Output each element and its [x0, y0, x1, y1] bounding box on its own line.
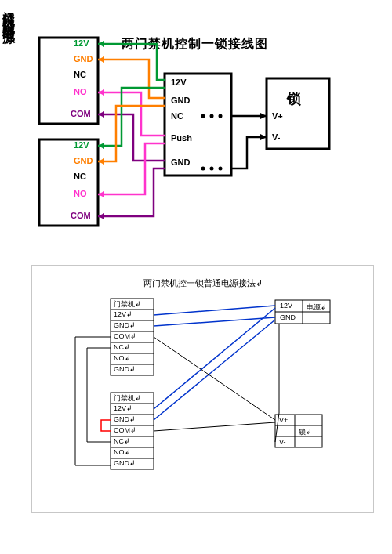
pwr-pin-push: Push	[171, 133, 192, 143]
ctrlA-pin-12v: 12V	[74, 38, 89, 48]
p2-ctrlB-gnd: GND↲	[114, 415, 136, 423]
p2-ctrlA-gnd2: GND↲	[114, 365, 136, 373]
p2-power-label: 电源↲	[307, 302, 327, 313]
p2-lock-label: 锁↲	[299, 427, 312, 437]
ctrlA-pin-nc: NC	[74, 70, 86, 79]
svg-point-14	[201, 114, 205, 118]
p2-lock-vplus: V+	[279, 416, 288, 424]
p2-ctrlA-12v: 12V↲	[114, 310, 132, 318]
pwr-pin-gnd2: GND	[171, 158, 190, 167]
ctrlA-pin-com: COM	[71, 109, 91, 118]
ctrlB-pin-12v: 12V	[74, 140, 89, 150]
page: 两门禁机控制一锁接线图	[0, 0, 392, 554]
ctrlB-pin-gnd: GND	[74, 156, 93, 165]
p2-power-12v: 12V	[280, 302, 292, 310]
pwr-pin-12v: 12V	[171, 78, 187, 87]
p2-ctrlA-gnd: GND↲	[114, 321, 136, 329]
p2-ctrlB-gnd2: GND↲	[114, 459, 136, 467]
diagram2-panel: 两门禁机控一锁普通电源接法↲	[31, 265, 374, 513]
p2-ctrlA-com: COM↲	[114, 332, 136, 340]
p2-ctrlB-title: 门禁机↲	[114, 393, 141, 404]
lock-vminus: V-	[272, 132, 280, 142]
ctrlA-pin-no: NO	[74, 87, 87, 96]
p2-ctrlA-title: 门禁机↲	[114, 299, 141, 310]
p2-ctrlA-no: NO↲	[114, 354, 131, 362]
p2-lock-vminus: V-	[279, 438, 286, 446]
p2-power-gnd: GND	[280, 313, 296, 321]
svg-point-19	[219, 167, 223, 171]
pwr-pin-nc: NC	[171, 111, 183, 121]
svg-point-15	[210, 114, 214, 118]
ctrlB-pin-com: COM	[71, 211, 91, 220]
p2-ctrlB-12v: 12V↲	[114, 404, 132, 412]
lock-vplus: V+	[272, 111, 283, 121]
ctrlA-pin-gnd: GND	[74, 54, 93, 63]
svg-point-16	[219, 114, 223, 118]
diagram1-svg	[0, 0, 392, 266]
svg-point-18	[210, 167, 214, 171]
pwr-pin-gnd1: GND	[171, 96, 190, 105]
p2-ctrlB-no: NO↲	[114, 448, 131, 456]
svg-point-17	[201, 167, 205, 171]
p2-ctrlB-nc: NC↲	[114, 437, 130, 445]
p2-ctrlB-com: COM↲	[114, 426, 136, 434]
p2-ctrlA-nc: NC↲	[114, 343, 130, 351]
lock-label: 锁	[287, 89, 301, 108]
ctrlB-pin-no: NO	[74, 189, 87, 198]
ctrlB-pin-nc: NC	[74, 172, 86, 181]
